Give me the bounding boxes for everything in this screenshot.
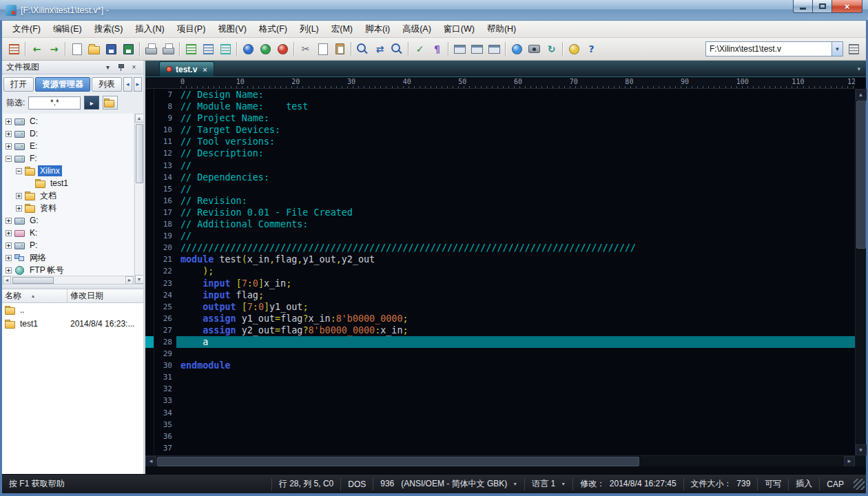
expand-icon[interactable]: + — [6, 131, 12, 137]
scroll-right-icon[interactable]: ► — [844, 456, 855, 467]
cut-icon[interactable]: ✂ — [298, 41, 313, 56]
tree-vertical-scrollbar[interactable]: ▲ ▼ — [134, 114, 143, 284]
expand-icon[interactable]: + — [6, 143, 12, 149]
scroll-right-icon[interactable]: ► — [125, 276, 134, 285]
file-list-row[interactable]: .. — [2, 303, 143, 317]
dropdown-icon[interactable]: ▼ — [513, 482, 517, 486]
minimize-button[interactable] — [793, 0, 813, 13]
code-line-31[interactable]: 31 — [145, 371, 855, 383]
html-preview-icon[interactable] — [509, 41, 525, 56]
tree-horizontal-scrollbar[interactable]: ◄ ► — [3, 276, 134, 284]
status-insert-mode[interactable]: 插入 — [788, 478, 819, 490]
code-line-9[interactable]: 9// Project Name: — [145, 112, 855, 124]
spell-check-icon[interactable]: ✓ — [412, 41, 428, 56]
code-line-35[interactable]: 35 — [145, 419, 855, 431]
code-line-11[interactable]: 11// Tool versions: — [145, 136, 855, 147]
panel-close-icon[interactable]: × — [129, 63, 139, 72]
expand-icon[interactable]: + — [6, 255, 12, 261]
code-line-14[interactable]: 14// Dependencies: — [145, 172, 855, 183]
code-line-13[interactable]: 13// — [145, 160, 855, 172]
column-mode-icon[interactable] — [183, 41, 199, 56]
file-path-combo[interactable]: F:\Xilinx\test1\test.v ▼ — [705, 41, 843, 56]
status-encoding[interactable]: 936 (ANSI/OEM - 简体中文 GBK)▼ — [373, 478, 524, 490]
tree-item[interactable]: −Xilinx — [3, 165, 134, 177]
editor-horizontal-scrollbar[interactable]: ◄ ► — [145, 455, 855, 466]
expand-icon[interactable]: + — [6, 267, 12, 273]
web-browser-icon[interactable] — [240, 41, 256, 56]
tree-item[interactable]: +P: — [3, 239, 134, 251]
expand-icon[interactable]: + — [16, 193, 22, 199]
expand-icon[interactable]: + — [16, 205, 22, 211]
scroll-thumb[interactable] — [856, 101, 866, 249]
resize-grip[interactable] — [854, 479, 865, 490]
scroll-thumb[interactable] — [12, 277, 54, 284]
code-line-8[interactable]: 8// Module Name: test — [145, 101, 855, 112]
expand-icon[interactable]: + — [6, 118, 12, 125]
code-line-17[interactable]: 17// Revision 0.01 - File Created — [145, 207, 855, 218]
code-line-30[interactable]: 30endmodule — [145, 360, 855, 371]
filter-input[interactable] — [28, 96, 81, 110]
code-line-20[interactable]: 20//////////////////////////////////////… — [145, 242, 855, 254]
status-line-ending[interactable]: DOS — [340, 478, 373, 490]
forward-icon[interactable]: → — [46, 41, 62, 56]
scroll-down-icon[interactable]: ▼ — [135, 275, 144, 284]
tree-item[interactable]: −F: — [3, 152, 134, 165]
tab-scroll-left-icon[interactable]: ◂ — [123, 77, 132, 92]
tab-scroll-right-icon[interactable]: ▸ — [134, 77, 143, 92]
find-in-files-icon[interactable] — [389, 41, 405, 56]
menu-item[interactable]: 列(L) — [293, 21, 325, 38]
ftp-connect-icon[interactable] — [258, 41, 273, 56]
filter-apply-button[interactable]: ▸ — [84, 96, 99, 110]
status-language[interactable]: 语言 1▼ — [524, 478, 572, 490]
tree-item[interactable]: test1 — [3, 177, 134, 189]
expand-icon[interactable]: + — [6, 242, 12, 249]
code-line-7[interactable]: 7// Design Name: — [145, 89, 855, 101]
menu-item[interactable]: 插入(N) — [129, 21, 170, 38]
menu-item[interactable]: 脚本(i) — [359, 21, 396, 38]
tile-horizontal-icon[interactable] — [452, 41, 468, 56]
tree-item[interactable]: +D: — [3, 127, 134, 140]
code-line-26[interactable]: 26 assign y1_out=flag?x_in:8'b0000_0000; — [145, 313, 855, 324]
code-area[interactable]: 7// Design Name:8// Module Name: test9//… — [145, 89, 855, 455]
tree-item[interactable]: +资料 — [3, 202, 134, 214]
scroll-down-icon[interactable]: ▼ — [856, 444, 867, 455]
collapse-icon[interactable]: − — [6, 156, 12, 162]
back-icon[interactable]: ← — [29, 41, 45, 56]
status-caps[interactable]: CAP — [819, 478, 851, 490]
menu-item[interactable]: 高级(A) — [396, 21, 437, 38]
title-bar[interactable]: [F:\Xilinx\test1\test.v*] - × — [0, 0, 868, 21]
scroll-left-icon[interactable]: ◄ — [145, 456, 156, 467]
close-button[interactable]: × — [831, 0, 862, 13]
code-line-27[interactable]: 27 assign y2_out=flag?8'b0000_0000:x_in; — [145, 324, 855, 336]
scroll-thumb[interactable] — [157, 457, 639, 466]
ftp-disconnect-icon[interactable] — [275, 41, 291, 56]
code-line-32[interactable]: 32 — [145, 383, 855, 395]
tree-item[interactable]: +C: — [3, 115, 134, 127]
code-line-29[interactable]: 29 — [145, 348, 855, 360]
help-icon[interactable]: ? — [583, 41, 599, 56]
window-list-icon[interactable] — [846, 41, 862, 56]
code-line-12[interactable]: 12// Description: — [145, 147, 855, 159]
refresh-icon[interactable]: ↻ — [544, 41, 559, 56]
tab-testv[interactable]: test.v × — [159, 61, 214, 76]
paragraph-icon[interactable]: ¶ — [429, 41, 445, 56]
menu-item[interactable]: 搜索(S) — [88, 21, 130, 38]
menu-item[interactable]: 帮助(H) — [481, 21, 522, 38]
panel-pin-icon[interactable] — [116, 63, 126, 72]
file-list-row[interactable]: test12014/8/4 16:23:... — [2, 317, 143, 331]
tree-item[interactable]: +G: — [3, 214, 134, 227]
scroll-up-icon[interactable]: ▲ — [856, 89, 867, 100]
tree-item[interactable]: +文档 — [3, 189, 134, 202]
filter-folder-button[interactable] — [103, 96, 118, 110]
menu-item[interactable]: 编辑(E) — [47, 21, 88, 38]
scroll-left-icon[interactable]: ◄ — [3, 276, 11, 285]
cascade-windows-icon[interactable] — [486, 41, 502, 56]
sidebar-tab[interactable]: 列表 — [92, 77, 122, 92]
sidebar-tab[interactable]: 打开 — [3, 77, 34, 92]
scroll-thumb[interactable] — [136, 124, 143, 183]
menu-item[interactable]: 文件(F) — [6, 21, 47, 38]
menu-item[interactable]: 项目(P) — [171, 21, 212, 38]
expand-icon[interactable]: + — [6, 230, 12, 236]
menu-item[interactable]: 窗口(W) — [437, 21, 481, 38]
tab-list-icon[interactable]: ▾ — [857, 65, 860, 72]
